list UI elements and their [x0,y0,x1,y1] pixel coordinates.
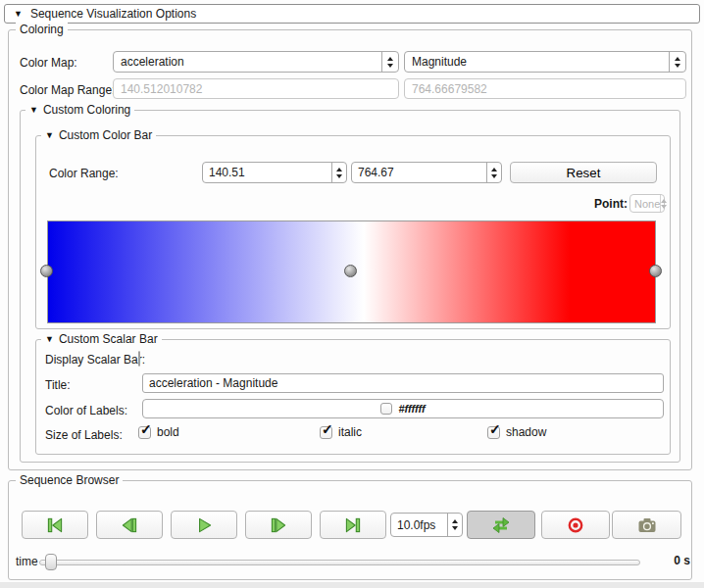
time-label: time [16,555,38,568]
bold-checkbox-row[interactable]: ✓ bold [138,425,179,439]
skip-to-end-button[interactable] [320,511,386,539]
time-slider-handle[interactable] [45,554,57,570]
window-bottom-edge [0,582,704,588]
custom-color-bar-group-title[interactable]: ▼ Custom Color Bar [41,128,156,142]
color-of-labels-label: Color of Labels: [45,404,127,417]
title-label: Title: [45,378,71,392]
italic-checkbox[interactable]: ✓ [320,426,332,439]
color-range-min-value: 140.51 [203,163,331,182]
display-scalar-bar-checkbox[interactable] [138,351,140,367]
display-scalar-bar-label: Display Scalar Bar: [45,353,145,367]
size-of-labels-label: Size of Labels: [45,428,123,442]
play-button[interactable] [171,511,237,539]
italic-checkbox-label: italic [338,425,362,439]
range-max-field: 764.66679582 [404,78,686,99]
loop-button[interactable] [467,511,535,539]
point-spinner: None [629,194,665,213]
collapse-icon: ▼ [45,131,54,140]
next-frame-icon [268,516,289,534]
range-min-field: 140.512010782 [113,78,399,99]
panel-title: Sequence Visualization Options [30,7,196,21]
color-range-label: Color Range: [49,167,119,180]
color-range-min-spinbox[interactable]: 140.51 [202,162,347,183]
previous-frame-icon [119,516,140,534]
gradient-handle-left[interactable] [40,265,53,277]
play-icon [193,516,215,534]
color-of-labels-picker[interactable]: #ffffff [142,399,664,418]
point-spinner-value: None [630,195,660,212]
component-combobox-value: Magnitude [405,52,669,72]
combobox-arrows-icon [669,52,685,72]
collapse-icon: ▼ [29,106,38,115]
sequence-visualization-panel: ▼ Sequence Visualization Options Colorin… [0,0,704,588]
combobox-arrows-icon [381,52,398,72]
skip-to-start-button[interactable] [22,511,88,539]
spinbox-arrows-icon[interactable] [486,163,501,182]
color-map-combobox[interactable]: acceleration [113,51,399,73]
skip-to-start-icon [44,516,66,534]
shadow-checkbox[interactable]: ✓ [487,426,500,439]
time-slider-track[interactable] [39,560,640,565]
color-map-label: Color Map: [20,56,77,70]
collapse-icon: ▼ [14,10,23,19]
skip-to-end-icon [342,516,364,534]
previous-frame-button[interactable] [96,511,163,539]
italic-checkbox-row[interactable]: ✓ italic [320,425,362,439]
record-icon [567,516,584,534]
gradient-handle-middle[interactable] [344,265,357,277]
loop-icon [490,516,512,534]
color-of-labels-checkbox[interactable] [380,403,392,415]
collapse-icon: ▼ [45,335,54,344]
camera-icon [637,517,657,533]
bold-checkbox-label: bold [157,425,179,439]
custom-coloring-group-title[interactable]: ▼ Custom Coloring [25,103,134,117]
fps-spinbox[interactable]: 10.0fps [390,513,463,537]
fps-value: 10.0fps [391,514,447,536]
sequence-browser-group-title: Sequence Browser [16,473,123,487]
color-of-labels-value: #ffffff [398,403,425,415]
component-combobox[interactable]: Magnitude [404,51,686,73]
spinbox-arrows-icon[interactable] [447,514,462,536]
spinbox-arrows-icon[interactable] [331,163,346,182]
shadow-checkbox-row[interactable]: ✓ shadow [487,425,546,439]
shadow-checkbox-label: shadow [506,425,546,439]
reset-button[interactable]: Reset [510,162,657,183]
bold-checkbox[interactable]: ✓ [138,426,151,439]
color-range-max-spinbox[interactable]: 764.67 [351,162,502,183]
point-label: Point: [588,197,628,211]
color-map-range-label: Color Map Range: [20,83,115,97]
snapshot-button[interactable] [612,511,681,539]
title-input[interactable] [142,373,664,393]
time-value: 0 s [659,554,690,567]
color-map-combobox-value: acceleration [114,52,381,72]
custom-scalar-bar-group-title[interactable]: ▼ Custom Scalar Bar [41,332,162,346]
color-range-max-value: 764.67 [352,163,486,182]
next-frame-button[interactable] [245,511,312,539]
record-button[interactable] [541,511,610,539]
spinbox-arrows-icon [660,195,667,212]
coloring-group-title: Coloring [16,23,68,36]
gradient-handle-right[interactable] [649,265,662,277]
panel-header[interactable]: ▼ Sequence Visualization Options [4,4,700,24]
